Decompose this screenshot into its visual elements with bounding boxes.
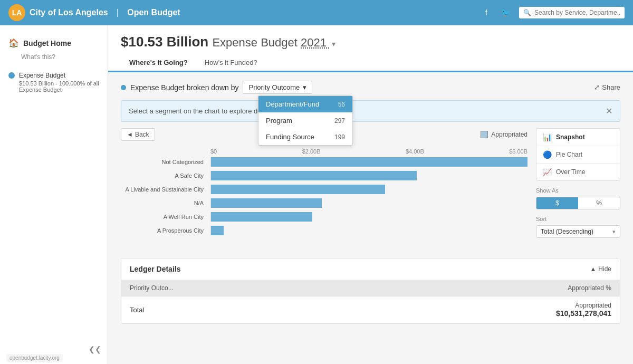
bars-container: Not CategorizedA Safe CityA Livable and …	[210, 157, 528, 236]
facebook-icon[interactable]: f	[481, 8, 492, 17]
breakdown-dropdown[interactable]: Priority Outcome ▾	[243, 81, 312, 94]
sidebar-item-label: Expense Budget	[19, 71, 99, 80]
x-label-2: $4.00B	[406, 148, 424, 155]
search-box[interactable]: 🔍	[519, 7, 625, 18]
sidebar-home[interactable]: 🏠 Budget Home	[0, 34, 108, 52]
pie-icon: 🔵	[543, 150, 552, 159]
bar-fill[interactable]	[211, 198, 322, 208]
bar-fill[interactable]	[211, 226, 224, 235]
dropdown-item-dept[interactable]: Department/Fund 56	[258, 96, 352, 112]
sort-value: Total (Descending)	[541, 228, 612, 235]
overtime-label: Over Time	[556, 168, 585, 176]
budget-title: $10.53 Billion Expense Budget 2021 ▾	[121, 34, 620, 50]
ledger-header: Ledger Details ▲ Hide	[121, 258, 620, 280]
dropdown-item-funding-count: 199	[334, 133, 345, 141]
x-label-1: $2.00B	[302, 148, 321, 155]
back-label: Back	[135, 131, 149, 138]
tabs: Where's it Going? How's it Funded?	[121, 54, 620, 71]
sort-section: Sort Total (Descending) ▾	[536, 216, 620, 238]
ledger-row-amount: Appropriated $10,531,278,041	[538, 302, 611, 318]
x-label-3: $6.00B	[509, 148, 528, 155]
bar-row[interactable]: Not Categorized	[210, 157, 528, 167]
chart-main: ◄ Back Appropriated $0 $2.00B	[121, 128, 528, 250]
what-this-link[interactable]: What's this?	[0, 52, 108, 67]
dropdown-selected: Priority Outcome	[248, 83, 300, 91]
content-area: Expense Budget broken down by Priority O…	[108, 72, 633, 332]
bar-fill[interactable]	[211, 157, 528, 167]
logo[interactable]: LA City of Los Angeles | Open Budget	[8, 4, 180, 21]
control-snapshot[interactable]: 📊 Snapshot	[536, 129, 620, 146]
share-label: Share	[602, 83, 620, 91]
search-input[interactable]	[534, 9, 620, 16]
bar-row[interactable]: A Prosperous City	[210, 225, 528, 236]
hide-button[interactable]: ▲ Hide	[590, 265, 611, 273]
control-pie[interactable]: 🔵 Pie Chart	[536, 146, 620, 164]
budget-label: Expense Budget	[212, 36, 301, 49]
twitter-icon[interactable]: 🐦	[500, 8, 511, 17]
back-icon: ◄	[127, 131, 133, 138]
bar-chart: $0 $2.00B $4.00B $6.00B Not CategorizedA…	[121, 148, 528, 250]
ledger-title: Ledger Details	[130, 265, 180, 273]
budget-year[interactable]: 2021	[301, 36, 330, 49]
bar-container	[210, 212, 528, 222]
collapse-button[interactable]: ❮❮	[89, 345, 101, 353]
ledger-col-right-header: Appropriated %	[538, 284, 611, 292]
share-button[interactable]: ⤢ Share	[594, 83, 620, 91]
alert-close-button[interactable]: ✕	[606, 106, 612, 116]
bar-row[interactable]: A Livable and Sustainable City	[210, 184, 528, 195]
bar-container	[210, 198, 528, 208]
sidebar-dot	[8, 72, 15, 79]
ledger-row-label: Total	[130, 306, 538, 314]
show-as-section: Show As $ %	[536, 187, 620, 209]
chart-legend: Appropriated	[481, 131, 528, 138]
toggle-dollar[interactable]: $	[536, 197, 578, 209]
control-overtime[interactable]: 📈 Over Time	[536, 164, 620, 180]
x-label-0: $0	[210, 148, 217, 155]
header-right: f 🐦 🔍	[481, 7, 625, 18]
tab-how-funded[interactable]: How's it Funded?	[196, 54, 266, 72]
dropdown-menu: Department/Fund 56 Program 297 Funding S…	[258, 95, 353, 146]
bar-container	[210, 157, 528, 167]
bar-container	[210, 226, 528, 235]
layout: 🏠 Budget Home What's this? Expense Budge…	[0, 25, 633, 364]
bar-fill[interactable]	[211, 185, 385, 194]
sort-dropdown-icon[interactable]: ▾	[612, 228, 616, 235]
bar-label: A Prosperous City	[121, 227, 208, 234]
breakdown-header: Expense Budget broken down by Priority O…	[121, 81, 620, 94]
budget-amount: $10.53 Billion	[121, 34, 208, 50]
pie-label: Pie Chart	[556, 151, 582, 158]
dropdown-item-program[interactable]: Program 297	[258, 112, 352, 129]
sidebar-item-expense[interactable]: Expense Budget $10.53 Billion - 100.000%…	[0, 67, 108, 97]
overtime-icon: 📈	[543, 168, 552, 176]
back-button[interactable]: ◄ Back	[121, 128, 155, 141]
bar-label: A Well Run City	[121, 214, 208, 220]
bar-fill[interactable]	[211, 212, 312, 222]
hide-label: Hide	[598, 265, 611, 273]
dropdown-item-program-count: 297	[334, 117, 345, 124]
tab-where-going[interactable]: Where's it Going?	[121, 54, 196, 72]
dropdown-item-funding-label: Funding Source	[266, 133, 314, 141]
header-divider: |	[117, 8, 119, 17]
bar-row[interactable]: N/A	[210, 198, 528, 208]
breakdown-dot	[121, 85, 126, 90]
alert-banner: Select a segment on the chart to explore…	[121, 100, 620, 122]
bar-row[interactable]: A Safe City	[210, 170, 528, 181]
legend-box	[481, 131, 488, 138]
bar-label: A Safe City	[121, 173, 208, 179]
show-as-label: Show As	[536, 187, 620, 194]
bar-fill[interactable]	[211, 171, 417, 180]
dropdown-item-dept-label: Department/Fund	[266, 100, 319, 108]
snapshot-label: Snapshot	[556, 133, 585, 141]
year-dropdown-icon[interactable]: ▾	[332, 40, 335, 48]
sidebar-home-label: Budget Home	[23, 39, 71, 47]
share-icon: ⤢	[594, 83, 600, 91]
search-icon: 🔍	[523, 9, 531, 16]
sidebar-item-content: Expense Budget $10.53 Billion - 100.000%…	[19, 71, 99, 93]
bar-row[interactable]: A Well Run City	[210, 212, 528, 222]
dropdown-item-funding[interactable]: Funding Source 199	[258, 129, 352, 145]
legend-label: Appropriated	[491, 131, 528, 138]
toggle-pct[interactable]: %	[578, 197, 620, 209]
alert-text: Select a segment on the chart to explore…	[129, 107, 267, 115]
ledger-table-header: Priority Outco... Appropriated %	[121, 280, 620, 296]
ledger-col-main-header: Priority Outco...	[130, 284, 538, 292]
